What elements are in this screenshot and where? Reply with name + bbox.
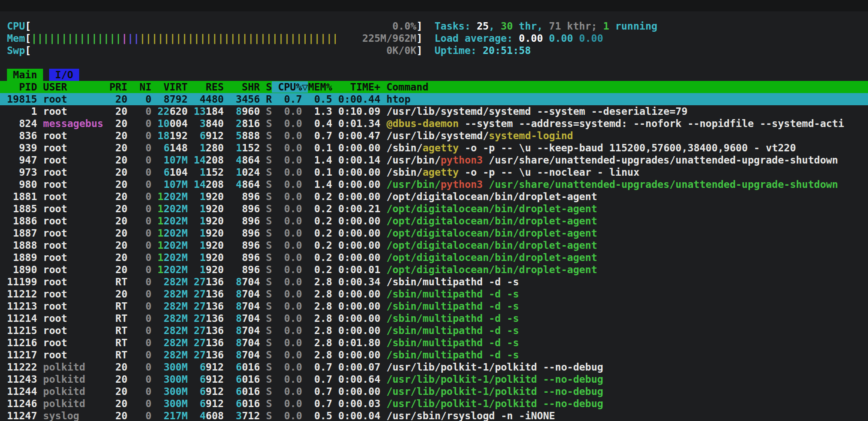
text-run — [230, 410, 236, 421]
process-row[interactable]: 1889 root 20 0 1202M 1920 896 S 0.0 0.2 … — [0, 251, 868, 264]
process-row[interactable]: 11212 root 20 0 282M 27136 8704 S 0.0 2.… — [0, 288, 868, 300]
w-text-run: 0:00.34 — [338, 276, 381, 287]
w-text-run: 0:00.01 — [338, 264, 381, 275]
process-row[interactable]: 1887 root 20 0 1202M 1920 896 S 0.0 0.2 … — [0, 227, 868, 239]
process-row[interactable]: 980 root 20 0 107M 14208 4864 S 0.0 1.4 … — [0, 178, 868, 190]
text-run — [381, 325, 387, 336]
gy-text-run: 0 — [134, 227, 152, 239]
process-row[interactable]: 1890 root 20 0 1202M 1920 896 S 0.0 0.2 … — [0, 264, 868, 276]
cy-text-run: 1 — [200, 191, 206, 202]
text-run — [127, 288, 134, 300]
text-run — [260, 410, 266, 421]
text-run — [302, 325, 308, 336]
gn-text-run: /opt/digitalocean/bin/droplet-agent — [387, 227, 598, 239]
text-run — [230, 301, 236, 312]
process-row[interactable]: 11214 root RT 0 282M 27136 8704 S 0.0 2.… — [0, 312, 868, 324]
w-text-run: 0:00.00 — [338, 215, 381, 227]
text-run — [194, 142, 200, 154]
column-cpu-sort[interactable]: CPU%▽ — [272, 81, 308, 93]
text-run — [127, 361, 134, 373]
gy-text-run: 0.0 — [278, 410, 302, 421]
text-run — [103, 191, 110, 202]
cy-text-run: 8 — [236, 313, 242, 324]
w-text-run: 0:10.09 — [338, 106, 381, 117]
w-text-run: 136 — [206, 349, 224, 361]
process-row[interactable]: 11217 root RT 0 282M 27136 8704 S 0.0 2.… — [0, 349, 868, 361]
process-row[interactable]: 11199 root RT 0 282M 27136 8704 S 0.0 2.… — [0, 276, 868, 288]
process-row[interactable]: 11244 polkitd 20 0 300M 6912 6016 S 0.0 … — [0, 385, 868, 398]
text-run — [230, 154, 236, 166]
w-text-run: 0:00.47 — [338, 130, 381, 141]
process-row[interactable]: 11246 polkitd 20 0 300M 6912 6016 S 0.0 … — [0, 398, 868, 410]
w-text-run: 208 — [206, 179, 224, 190]
text-run — [230, 313, 236, 324]
text-run — [127, 154, 134, 166]
text-run — [188, 130, 194, 141]
cy-text-run: 1 — [200, 215, 206, 227]
process-row[interactable]: 824 messagebus 20 0 10004 3840 2816 S 0.… — [0, 117, 868, 130]
process-row[interactable]: 836 root 20 0 18192 6912 5888 S 0.0 0.7 … — [0, 130, 868, 142]
w-text-run: 1 — [7, 106, 37, 117]
process-row[interactable]: 947 root 20 0 107M 14208 4864 S 0.0 1.4 … — [0, 154, 868, 166]
text-run — [151, 349, 157, 361]
process-row[interactable]: 11215 root RT 0 282M 27136 8704 S 0.0 2.… — [0, 324, 868, 337]
text-run — [260, 118, 266, 129]
mem-meter-bar-fill: ||||||||||||||||||||||||||||||||| — [140, 33, 338, 44]
process-row[interactable]: 1886 root 20 0 1202M 1920 896 S 0.0 0.2 … — [0, 215, 868, 227]
gy-text-run: 0 — [134, 191, 152, 202]
process-row[interactable]: 11222 polkitd 20 0 300M 6912 6016 S 0.0 … — [0, 361, 868, 373]
cy-text-run: 282M — [164, 301, 187, 312]
text-run — [381, 130, 387, 141]
cpu-meter: CPU[ 0.0%] Tasks: 25, 30 thr, 71 kthr; 1… — [7, 20, 868, 32]
text-run — [103, 337, 110, 348]
text-run — [224, 386, 230, 397]
text-run — [230, 374, 236, 385]
w-text-run: 0.2 — [308, 191, 332, 202]
w-text-run: 11246 — [7, 398, 37, 409]
w-text-run: 0.7 — [308, 130, 332, 141]
cy-text-run: 6 — [200, 398, 206, 409]
table-header[interactable]: PID USER PRI NI VIRT RES SHR S CPU%▽MEM%… — [0, 81, 868, 93]
text-run — [230, 252, 242, 263]
gy-text-run: S — [266, 191, 272, 202]
process-row[interactable]: 1 root 20 0 22620 13184 8960 S 0.0 1.3 0… — [0, 105, 868, 117]
process-row[interactable]: 11216 root RT 0 282M 27136 8704 S 0.0 2.… — [0, 337, 868, 349]
w-text-run: RT — [109, 349, 127, 361]
w-text-run: 0:00.64 — [338, 374, 381, 385]
process-row[interactable]: 939 root 20 0 6148 1280 1152 S 0.0 0.1 0… — [0, 142, 868, 154]
gn-text-run: R — [266, 94, 272, 105]
gy-text-run: 0 — [134, 410, 152, 421]
text-run — [151, 142, 157, 154]
gn-text-run: /sbin/multipathd -d -s — [387, 325, 519, 336]
text-run — [37, 154, 43, 166]
text-run — [151, 276, 157, 287]
process-row[interactable]: 1885 root 20 0 1202M 1920 896 S 0.0 0.2 … — [0, 203, 868, 215]
process-row[interactable]: 11213 root RT 0 282M 27136 8704 S 0.0 2.… — [0, 300, 868, 312]
gy-text-run: S — [266, 167, 272, 178]
text-run — [188, 227, 194, 239]
w-text-run: 0:00.00 — [338, 142, 381, 154]
process-row[interactable]: 11247 syslog 20 0 217M 4608 3712 S 0.0 0… — [0, 410, 868, 421]
w-text-run: 004 — [170, 118, 188, 129]
tab-main[interactable]: Main — [7, 69, 43, 81]
text-run — [103, 410, 110, 421]
w-text-run: 920 — [206, 191, 224, 202]
text-run — [157, 313, 164, 324]
text-run — [37, 386, 43, 397]
text-run — [127, 130, 134, 141]
process-row[interactable]: 1888 root 20 0 1202M 1920 896 S 0.0 0.2 … — [0, 239, 868, 251]
w-text-run: 912 — [206, 386, 224, 397]
gy-text-run: 0 — [134, 374, 152, 385]
w-text-run: root — [43, 276, 103, 287]
process-row[interactable]: 11243 polkitd 20 0 300M 6912 6016 S 0.0 … — [0, 373, 868, 385]
w-text-run: 0.7 — [308, 374, 332, 385]
w-text-run: 20 — [109, 94, 127, 105]
text-run — [224, 337, 230, 348]
w-text-run: root — [43, 252, 103, 263]
process-row[interactable]: 1881 root 20 0 1202M 1920 896 S 0.0 0.2 … — [0, 190, 868, 203]
process-row[interactable]: 973 root 20 0 6104 1152 1024 S 0.0 0.1 0… — [0, 166, 868, 178]
w-text-run: 0:00.44 — [338, 94, 381, 105]
process-row[interactable]: 19815 root 20 0 8792 4480 3456 R 0.7 0.5… — [0, 93, 868, 105]
tab-io[interactable]: I/O — [49, 69, 79, 81]
gn-text-run: 1 — [157, 203, 164, 214]
